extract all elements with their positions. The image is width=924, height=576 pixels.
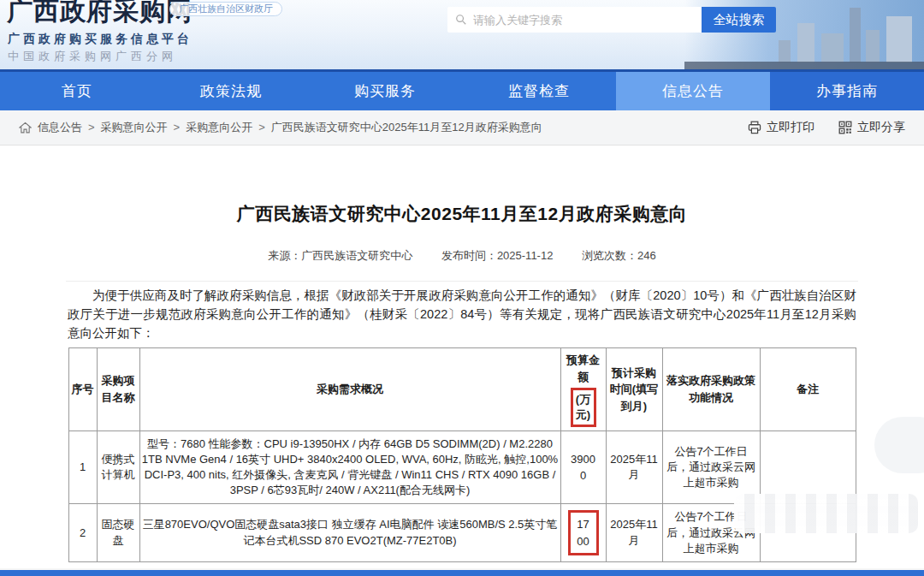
nav-item-active[interactable]: 信息公告	[616, 72, 770, 110]
breadcrumb-item[interactable]: 采购意向公开	[186, 121, 252, 134]
main-nav: 首页政策法规购买服务监督检查信息公告办事指南	[0, 72, 924, 110]
cell-note	[760, 431, 856, 504]
authority-badge: 广西壮族自治区财政厅	[169, 2, 282, 16]
budget-value: 39000	[568, 451, 599, 484]
breadcrumb-separator: >	[174, 121, 181, 134]
home-icon[interactable]	[19, 122, 32, 134]
cell-desc: 三星870EVO/QVO固态硬盘sata3接口 独立缓存 AI电脑配件 读速56…	[139, 504, 560, 562]
breadcrumb-separator: >	[88, 121, 95, 134]
faint-watermark	[874, 417, 924, 473]
table-row: 1便携式计算机型号：7680 性能参数：CPU i9-13950HX / 内存 …	[68, 431, 856, 504]
meta-time-label: 发布时间：	[441, 249, 497, 262]
cell-budget: 1700	[560, 504, 606, 562]
qr-code-icon	[838, 121, 852, 134]
cell-time: 2025年11月	[606, 504, 662, 562]
mosaic-watermark	[734, 494, 918, 533]
cell-name: 便携式计算机	[97, 431, 139, 504]
cell-no: 2	[68, 504, 97, 562]
header-expected-time: 预计采购时间(填写到月)	[606, 348, 662, 431]
breadcrumb-item[interactable]: 采购意向公开	[101, 121, 168, 134]
footer-bar	[0, 570, 924, 576]
cell-name: 固态硬盘	[97, 504, 139, 562]
budget-value-highlighted: 1700	[568, 510, 599, 555]
print-label: 立即打印	[767, 120, 814, 135]
page-title: 广西民族语文研究中心2025年11月至12月政府采购意向	[0, 145, 924, 226]
meta-views: 浏览次数：246	[582, 249, 656, 262]
cell-budget: 39000	[560, 431, 606, 504]
breadcrumb-item[interactable]: 信息公告	[38, 121, 82, 134]
meta-publish-time: 发布时间：2025-11-12	[441, 249, 554, 262]
nav-item[interactable]: 监督检查	[462, 72, 616, 110]
meta-views-value: 246	[637, 249, 656, 262]
table-header-row: 序号 采购项目名称 采购需求概况 预算金额 (万元) 预计采购时间(填写到月) …	[68, 348, 856, 431]
site-subnet: 中国政府采购网广西分网	[8, 49, 177, 64]
site-search-button[interactable]: 全站搜索	[702, 7, 776, 33]
site-header: 广西政府采购网 广西壮族自治区财政厅 广西政府购买服务信息平台 中国政府采购网广…	[0, 0, 924, 72]
meta-views-label: 浏览次数：	[582, 249, 637, 262]
article-meta: 来源：广西民族语文研究中心 发布时间：2025-11-12 浏览次数：246	[0, 248, 924, 264]
header-no: 序号	[68, 348, 97, 431]
cell-policy: 公告7个工作日后，通过政采云网上超市采购	[662, 431, 760, 504]
breadcrumb-bar: 信息公告>采购意向公开>采购意向公开>广西民族语文研究中心2025年11月至12…	[0, 110, 924, 145]
nav-item[interactable]: 政策法规	[154, 72, 308, 110]
meta-source-value: 广西民族语文研究中心	[301, 249, 412, 262]
share-button[interactable]: 立即分享	[838, 120, 905, 135]
cell-no: 1	[68, 431, 97, 504]
header-project-name: 采购项目名称	[97, 348, 139, 431]
site-logo-title: 广西政府采购网	[7, 0, 192, 29]
budget-unit-annotation-box: (万元)	[571, 388, 596, 426]
meta-time-value: 2025-11-12	[497, 249, 554, 262]
print-button[interactable]: 立即打印	[748, 120, 814, 135]
header-note: 备注	[760, 348, 856, 431]
meta-divider	[66, 281, 858, 282]
header-budget-title: 预算金额	[563, 352, 604, 385]
cell-time: 2025年11月	[606, 431, 662, 504]
nav-item[interactable]: 首页	[0, 72, 154, 110]
share-label: 立即分享	[857, 120, 905, 135]
site-subtitle: 广西政府购买服务信息平台	[8, 32, 192, 47]
page-actions: 立即打印 立即分享	[748, 120, 905, 135]
cell-desc: 型号：7680 性能参数：CPU i9-13950HX / 内存 64GB D5…	[139, 431, 560, 504]
meta-source-label: 来源：	[268, 249, 301, 262]
header-policy: 落实政府采购政策功能情况	[662, 348, 760, 431]
breadcrumb-separator: >	[258, 121, 265, 134]
header-budget: 预算金额 (万元)	[560, 348, 606, 431]
nav-item[interactable]: 办事指南	[770, 72, 924, 110]
header-demand-overview: 采购需求概况	[139, 348, 560, 431]
breadcrumb: 信息公告>采购意向公开>采购意向公开>广西民族语文研究中心2025年11月至12…	[38, 120, 542, 135]
search-input[interactable]	[447, 7, 702, 33]
meta-source: 来源：广西民族语文研究中心	[268, 249, 412, 262]
search-icon	[455, 14, 467, 26]
breadcrumb-item: 广西民族语文研究中心2025年11月至12月政府采购意向	[271, 121, 542, 134]
nav-item[interactable]: 购买服务	[308, 72, 462, 110]
site-search: 全站搜索	[447, 7, 776, 33]
intro-paragraph: 为便于供应商及时了解政府采购信息，根据《财政部关于开展政府采购意向公开工作的通知…	[68, 287, 856, 342]
printer-icon	[748, 121, 761, 134]
